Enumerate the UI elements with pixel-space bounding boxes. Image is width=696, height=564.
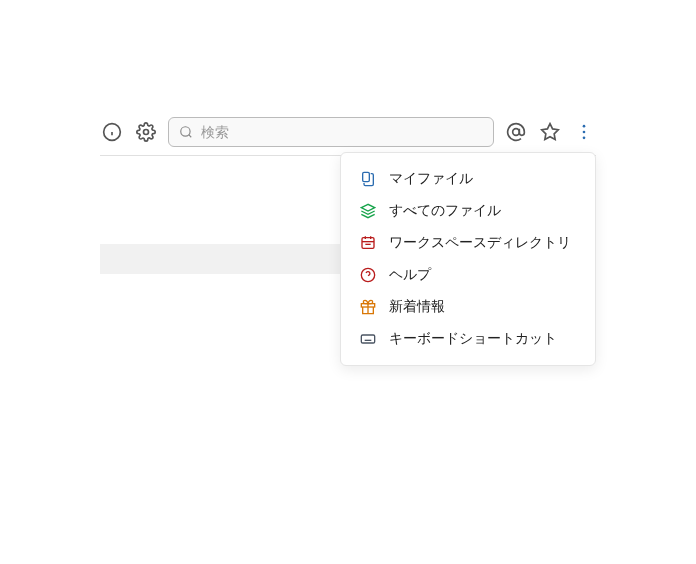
help-icon — [359, 266, 377, 284]
menu-item-whats-new[interactable]: 新着情報 — [341, 291, 595, 323]
svg-rect-22 — [361, 335, 374, 343]
directory-icon — [359, 234, 377, 252]
info-icon[interactable] — [100, 120, 124, 144]
menu-item-keyboard-shortcuts[interactable]: キーボードショートカット — [341, 323, 595, 355]
menu-item-label: ワークスペースディレクトリ — [389, 234, 571, 252]
file-copy-icon — [359, 170, 377, 188]
content-placeholder — [100, 244, 340, 274]
menu-item-label: ヘルプ — [389, 266, 431, 284]
svg-point-4 — [181, 127, 190, 136]
menu-item-label: すべてのファイル — [389, 202, 501, 220]
at-icon[interactable] — [504, 120, 528, 144]
svg-rect-11 — [363, 172, 370, 181]
svg-point-6 — [513, 129, 520, 136]
menu-item-all-files[interactable]: すべてのファイル — [341, 195, 595, 227]
menu-item-label: 新着情報 — [389, 298, 445, 316]
svg-marker-7 — [542, 124, 559, 140]
menu-item-workspace-directory[interactable]: ワークスペースディレクトリ — [341, 227, 595, 259]
more-vertical-icon[interactable] — [572, 120, 596, 144]
overflow-menu: マイファイル すべてのファイル ワークスペースディレクトリ ヘルプ 新着情報 キ… — [340, 152, 596, 366]
gift-icon — [359, 298, 377, 316]
menu-item-label: キーボードショートカット — [389, 330, 557, 348]
menu-item-my-files[interactable]: マイファイル — [341, 163, 595, 195]
svg-point-8 — [583, 125, 586, 128]
svg-rect-13 — [362, 238, 374, 249]
svg-line-5 — [189, 135, 192, 138]
star-icon[interactable] — [538, 120, 562, 144]
search-input[interactable] — [201, 124, 483, 140]
svg-point-10 — [583, 137, 586, 140]
svg-point-9 — [583, 131, 586, 134]
svg-marker-12 — [361, 204, 374, 211]
layers-icon — [359, 202, 377, 220]
search-box[interactable] — [168, 117, 494, 147]
svg-point-3 — [144, 130, 149, 135]
search-icon — [179, 125, 193, 139]
top-toolbar — [100, 112, 596, 152]
menu-item-label: マイファイル — [389, 170, 473, 188]
menu-item-help[interactable]: ヘルプ — [341, 259, 595, 291]
gear-icon[interactable] — [134, 120, 158, 144]
keyboard-icon — [359, 330, 377, 348]
